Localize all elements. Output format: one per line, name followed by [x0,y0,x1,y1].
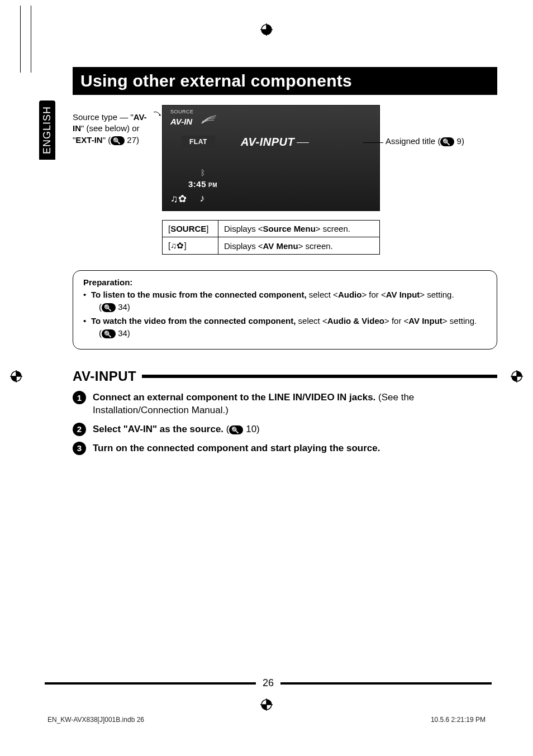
description-cell: Displays <Source Menu> screen. [218,221,380,237]
step-text: Connect an external component to the LIN… [93,391,497,417]
page-ref-number: 9 [457,136,461,146]
step-text: Select "AV-IN" as the source. ( 10) [93,423,260,436]
page-ref-number: 34 [118,328,127,338]
text: Source type — " [73,112,134,122]
footer-rule [45,682,256,685]
registration-mark-bottom [260,698,273,714]
step-text: Turn on the connected component and star… [93,442,380,455]
device-screen: SOURCE AV-IN FLAT AV-INPUT ᛒ 3:45PM ♫✿ ♪ [162,105,380,211]
page-content: ENGLISH Using other external components … [45,67,497,461]
text: > screen. [316,224,350,233]
assigned-title-note: Assigned title ( 9) [386,105,464,146]
text: Connect an external component to the LIN… [93,392,378,403]
bluetooth-icon: ᛒ [201,168,205,177]
page-number: 26 [263,677,274,689]
time-value: 3:45 [188,179,206,189]
text: Audio [338,290,362,299]
text: Displays < [224,224,263,233]
text: Displays < [224,241,263,251]
av-menu-icon: ♫✿ [170,193,187,205]
page-ref: ( 34) [91,302,487,313]
screen-title: AV-INPUT [241,136,294,149]
text: AV Input [408,316,442,326]
text: select < [298,316,327,326]
eq-preset-button: FLAT [182,136,215,148]
time-ampm: PM [208,182,217,188]
step-number-icon: 3 [73,442,86,455]
section-title: AV-INPUT [73,369,136,384]
text: > for < [361,290,386,299]
step-number-icon: 2 [73,423,86,436]
source-type-note: Source type — "AV-IN" (see below) or "EX… [73,105,156,146]
button-cell: [♫✿] [163,237,218,255]
page-footer: 26 [45,677,492,689]
screen-toolbar: ♫✿ ♪ [170,193,205,205]
registration-mark-right [511,370,523,386]
description-cell: Displays <AV Menu> screen. [218,237,380,255]
text: To listen to the music from the connecte… [91,290,309,299]
step-3: 3 Turn on the connected component and st… [73,442,497,455]
steps-list: 1 Connect an external component to the L… [73,391,497,455]
text: AV Input [386,290,420,299]
heading-rule [142,375,497,378]
text: > screen. [298,241,333,251]
page-ref-icon [229,425,243,434]
list-item: To watch the video from the connected co… [83,315,487,339]
text: AV Menu [263,241,298,251]
page-ref-icon [111,136,125,145]
music-icon: ♪ [200,193,205,205]
preparation-header: Preparation: [83,277,487,287]
imprint-footer: EN_KW-AVX838[J]001B.indb 26 10.5.6 2:21:… [47,716,486,724]
step-number-icon: 1 [73,391,86,404]
text: Source Menu [263,224,316,233]
page-title: Using other external components [73,67,497,95]
text: select < [309,290,338,299]
page-ref-number: 10 [246,424,256,434]
registration-mark-top [260,23,273,39]
page-ref: ( 34) [91,328,487,339]
table-row: [SOURCE] Displays <Source Menu> screen. [163,221,380,237]
button-label: SOURCE [170,224,206,233]
button-function-table: [SOURCE] Displays <Source Menu> screen. … [162,220,380,255]
source-name: AV-IN [170,117,192,126]
clock: 3:45PM [188,179,217,189]
top-row: Source type — "AV-IN" (see below) or "EX… [73,105,497,211]
page-ref-number: 34 [118,302,127,312]
page-ref-icon [440,137,454,146]
section-heading: AV-INPUT [73,369,497,384]
text: To watch the video from the connected co… [91,316,298,326]
table-row: [♫✿] Displays <AV Menu> screen. [163,237,380,255]
preparation-box: Preparation: To listen to the music from… [73,270,497,350]
step-1: 1 Connect an external component to the L… [73,391,497,417]
page-ref-number: 27 [127,135,136,145]
callout-arrow-icon [154,111,161,118]
footer-rule [280,682,492,685]
imprint-file: EN_KW-AVX838[J]001B.indb 26 [47,716,144,724]
text: ) [256,424,260,434]
button-cell: [SOURCE] [163,221,218,237]
text: > setting. [420,290,454,299]
registration-mark-left [10,370,22,386]
text: > for < [384,316,408,326]
list-item: To listen to the music from the connecte… [83,289,487,313]
text: Assigned title ( [386,136,440,146]
text: Audio & Video [327,316,384,326]
step-2: 2 Select "AV-IN" as the source. ( 10) [73,423,497,436]
imprint-timestamp: 10.5.6 2:21:19 PM [431,716,486,724]
text: Turn on the connected component and star… [93,443,380,453]
text: > setting. [442,316,477,326]
language-tab: ENGLISH [39,101,55,160]
text: ) [136,135,139,145]
source-button-label: SOURCE [170,109,194,114]
page-ref-icon [102,329,116,338]
text: Select "AV-IN" as the source. [93,424,226,434]
signal-icon [201,113,217,125]
page-ref-icon [102,303,116,312]
text: EXT-IN [75,135,102,145]
text: " ( [103,135,111,145]
text: ) [461,136,464,146]
crop-mark [20,6,37,73]
